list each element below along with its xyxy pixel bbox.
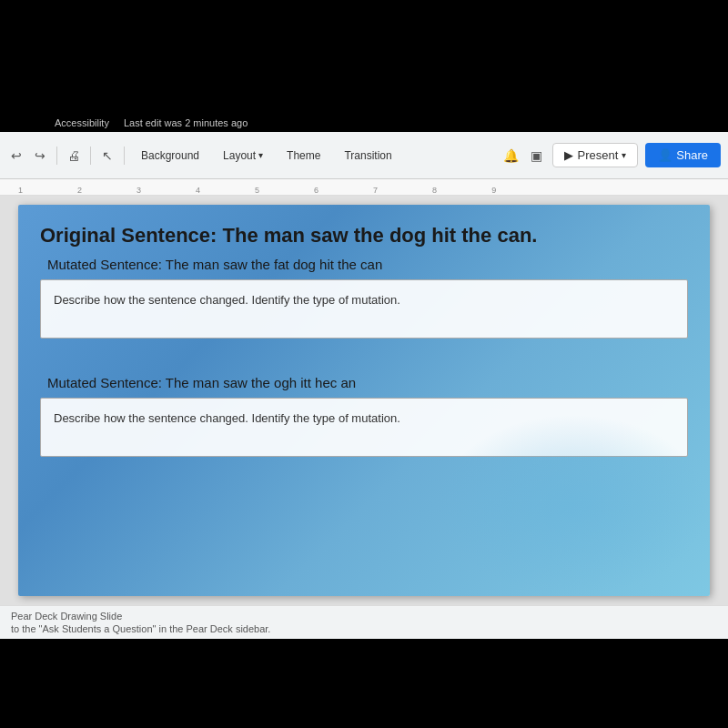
redo-icon[interactable]: ↪ — [31, 147, 49, 165]
ruler-mark-6: 6 — [314, 186, 318, 195]
ruler-mark-3: 3 — [136, 186, 141, 195]
response-box-2[interactable]: Describe how the sentence changed. Ident… — [40, 398, 688, 457]
ruler: 1 2 3 4 5 6 7 8 9 — [0, 179, 728, 196]
toolbar-left-section: ↩ ↪ 🖨 ↖ Background Layout ▾ Theme Transi… — [7, 146, 498, 166]
title-prefix: Original Sentence: — [40, 224, 223, 247]
response-prompt-2: Describe how the sentence changed. Ident… — [54, 410, 674, 428]
response-prompt-1: Describe how the sentence changed. Ident… — [54, 291, 674, 309]
transition-button[interactable]: Transition — [335, 146, 400, 166]
status-left-text: Pear Deck Drawing Slide — [11, 611, 717, 622]
ruler-mark-4: 4 — [196, 186, 200, 195]
ruler-mark-7: 7 — [373, 186, 378, 195]
slide-title: Original Sentence: The man saw the dog h… — [40, 223, 688, 249]
status-right-text: to the "Ask Students a Question" in the … — [11, 623, 717, 634]
notification-icon[interactable]: 🔔 — [501, 147, 520, 165]
ruler-mark-5: 5 — [255, 186, 259, 195]
share-button[interactable]: 👤 Share — [645, 143, 721, 167]
background-button[interactable]: Background — [132, 146, 208, 166]
present-chevron: ▾ — [622, 150, 626, 160]
accessibility-menu[interactable]: Accessibility — [55, 117, 109, 128]
bottom-status-bar: Pear Deck Drawing Slide to the "Ask Stud… — [0, 605, 728, 639]
slide[interactable]: Original Sentence: The man saw the dog h… — [18, 205, 710, 596]
mutated-sentence-2: Mutated Sentence: The man saw the ogh it… — [47, 375, 688, 390]
toolbar-right-section: 🔔 ▣ ▶ Present ▾ 👤 Share — [501, 143, 721, 167]
toolbar-divider-1 — [56, 147, 57, 165]
layout-button[interactable]: Layout ▾ — [214, 146, 272, 166]
mutated2-prefix: Mutated Sentence: — [47, 375, 166, 390]
top-bezel: Accessibility Last edit was 2 minutes ag… — [0, 0, 728, 132]
cursor-icon[interactable]: ↖ — [98, 147, 116, 165]
mutated-sentence-1: Mutated Sentence: The man saw the fat do… — [47, 257, 688, 272]
ruler-mark-1: 1 — [18, 186, 23, 195]
partial-menu-strip: Accessibility Last edit was 2 minutes ag… — [0, 114, 728, 132]
minimize-icon[interactable]: ▣ — [527, 147, 545, 165]
mutated2-text: The man saw the ogh itt hec an — [166, 375, 356, 390]
last-edit-text: Last edit was 2 minutes ago — [124, 117, 248, 128]
section-gap — [40, 357, 688, 375]
ruler-mark-9: 9 — [491, 186, 496, 195]
layout-chevron: ▾ — [258, 150, 263, 160]
share-icon: 👤 — [658, 148, 672, 162]
theme-button[interactable]: Theme — [278, 146, 329, 166]
ruler-mark-8: 8 — [432, 186, 437, 195]
toolbar-divider-2 — [90, 147, 91, 165]
undo-icon[interactable]: ↩ — [7, 147, 25, 165]
ruler-marks: 1 2 3 4 5 6 7 8 9 — [18, 179, 728, 195]
toolbar-divider-3 — [124, 147, 125, 165]
present-button[interactable]: ▶ Present ▾ — [552, 143, 638, 167]
ruler-mark-2: 2 — [77, 186, 82, 195]
present-icon: ▶ — [564, 148, 573, 162]
print-icon[interactable]: 🖨 — [65, 147, 83, 165]
mutated1-text: The man saw the fat dog hit the can — [166, 257, 382, 272]
title-main: The man saw the dog hit the can. — [223, 224, 538, 247]
slide-area: Original Sentence: The man saw the dog h… — [0, 196, 728, 605]
main-toolbar: ↩ ↪ 🖨 ↖ Background Layout ▾ Theme Transi… — [0, 132, 728, 179]
response-box-1[interactable]: Describe how the sentence changed. Ident… — [40, 279, 688, 339]
mutated1-prefix: Mutated Sentence: — [47, 257, 166, 272]
